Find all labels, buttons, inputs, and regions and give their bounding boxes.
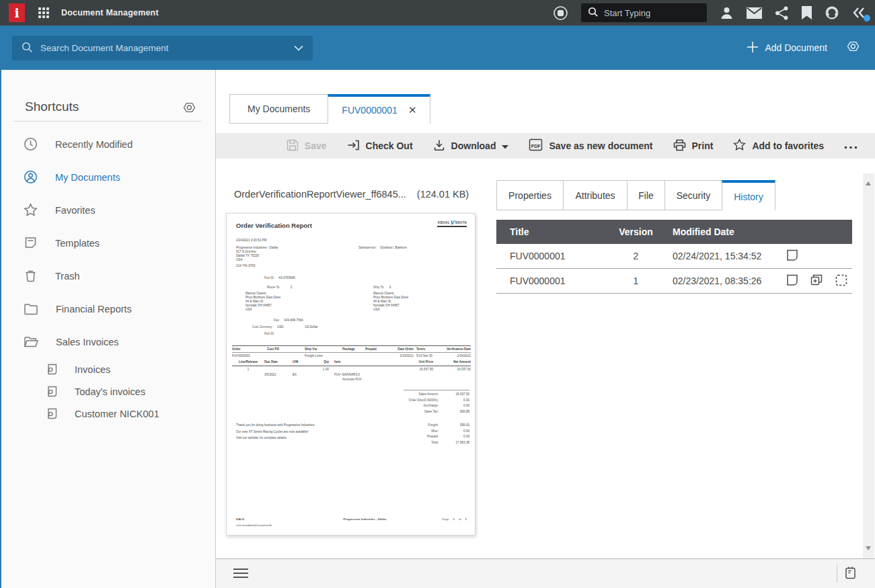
save-label: Save [305, 140, 327, 151]
report-ship-to: Ship To: 0 [373, 286, 391, 290]
print-button[interactable]: Print [673, 139, 714, 153]
restore-version-icon[interactable] [835, 274, 848, 289]
infor-logo-icon[interactable]: i [9, 3, 25, 22]
add-document-button[interactable]: Add Document [747, 41, 827, 55]
ellipsis-icon [844, 140, 858, 151]
history-row[interactable]: FUV0000001 2 02/24/2021, 15:34:52 [496, 244, 852, 269]
tab-history[interactable]: History [722, 180, 775, 210]
sidebar-item-label: Sales Invoices [56, 337, 119, 347]
row-version: 2 [611, 251, 661, 261]
shortcuts-sidebar: Shortcuts Recently Modified [0, 70, 216, 588]
row-modified: 02/23/2021, 08:35:26 [673, 276, 786, 286]
vertical-scrollbar[interactable] [863, 173, 874, 558]
bottom-bar-divider [837, 564, 837, 583]
report-route-address: Marcus Owens Price Brothers Dept Store 4… [245, 292, 280, 312]
report-currency: Cust Currency: USD US Dollar [252, 325, 318, 329]
sidebar-subitem-invoices[interactable]: Invoices [1, 358, 215, 380]
bottom-bar [216, 559, 875, 588]
sidebar-divider [13, 121, 202, 122]
view-version-icon[interactable] [786, 274, 799, 289]
sidebar-item-my-documents[interactable]: My Documents [1, 161, 215, 194]
sidebar-item-templates[interactable]: Templates [1, 226, 215, 259]
download-label: Download [451, 140, 496, 151]
clock-icon [24, 137, 38, 151]
drag-handle-icon[interactable] [233, 569, 248, 581]
row-title: FUV0000001 [510, 276, 611, 286]
svg-text:PDF: PDF [531, 144, 541, 149]
close-tab-icon[interactable]: ✕ [408, 104, 417, 116]
add-to-favorites-button[interactable]: Add to favorites [733, 138, 824, 153]
tab-my-documents[interactable]: My Documents [229, 94, 328, 124]
sidebar-subitem-customer-nick001[interactable]: Customer NICK001 [1, 403, 215, 425]
tab-fuv0000001[interactable]: FUV0000001 ✕ [328, 94, 430, 124]
totals-rule [404, 390, 469, 390]
row-title: FUV0000001 [510, 251, 611, 261]
collapse-panel-icon[interactable] [852, 7, 866, 19]
save-button[interactable]: Save [287, 139, 327, 153]
add-document-label: Add Document [765, 42, 827, 53]
detail-tabs: Properties Attributes File Security Hist… [496, 180, 775, 210]
report-order-table: Order Cust PO Ship Via Package Prepaid D… [232, 345, 471, 382]
template-icon [24, 236, 38, 250]
row-version: 1 [611, 276, 661, 286]
view-version-icon[interactable] [786, 249, 799, 264]
support-headset-icon[interactable] [825, 5, 839, 20]
mail-icon[interactable] [747, 7, 762, 19]
download-icon [433, 139, 445, 153]
sidebar-subitem-label: Invoices [75, 364, 110, 375]
dm-search-input[interactable]: Search Document Management [12, 36, 313, 60]
user-icon[interactable] [720, 6, 734, 20]
row-modified: 02/24/2021, 15:34:52 [673, 251, 786, 261]
record-icon[interactable] [553, 5, 568, 21]
sidebar-item-label: Recently Modified [55, 139, 132, 150]
app-switcher-icon[interactable] [38, 7, 49, 18]
download-button[interactable]: Download [433, 139, 509, 153]
more-actions-button[interactable] [844, 140, 858, 151]
sidebar-item-favorites[interactable]: Favorites [1, 194, 215, 226]
report-fed-id-2: Fed ID: [264, 332, 274, 336]
chevron-down-icon[interactable] [294, 43, 303, 53]
share-icon[interactable] [775, 6, 789, 20]
sidebar-title: Shortcuts [25, 99, 79, 114]
sidebar-subitem-todays-invoices[interactable]: Today's invoices [1, 380, 215, 403]
bookmark-icon[interactable] [802, 6, 812, 19]
sidebar-item-trash[interactable]: Trash [1, 259, 215, 292]
sidebar-item-recently-modified[interactable]: Recently Modified [1, 128, 215, 161]
check-out-icon [347, 139, 360, 153]
dropdown-caret-icon [502, 140, 508, 151]
check-out-button[interactable]: Check Out [347, 139, 413, 153]
plus-icon [747, 41, 759, 55]
main-panel: My Documents FUV0000001 ✕ Save [216, 70, 875, 588]
report-totals-2: Freight:599.00 Misc:0.00 Prepaid:0.00 To… [367, 423, 469, 446]
document-management-app: i Document Management Start Typing [0, 0, 875, 588]
saved-search-icon [46, 385, 59, 398]
report-totals: Sales Amount:16,537.50 Order Disc(0.0000… [367, 392, 469, 415]
notes-icon[interactable] [844, 566, 857, 583]
sidebar-item-financial-reports[interactable]: Financial Reports [1, 292, 215, 325]
saved-search-icon [46, 363, 59, 376]
scroll-down-icon[interactable] [866, 546, 871, 550]
sidebar-item-label: Financial Reports [56, 304, 132, 314]
global-search-placeholder: Start Typing [604, 8, 650, 18]
tab-properties[interactable]: Properties [496, 180, 564, 210]
history-row[interactable]: FUV0000001 1 02/23/2021, 08:35:26 [496, 269, 852, 294]
tab-security[interactable]: Security [664, 180, 722, 210]
scroll-up-icon[interactable] [866, 181, 871, 185]
sidebar-item-sales-invoices[interactable]: Sales Invoices [1, 325, 215, 358]
save-icon [287, 139, 299, 153]
report-company-block: Progressive Industries - Dallas 517 S 2n… [236, 246, 278, 268]
new-version-from-this-icon[interactable] [810, 274, 824, 289]
settings-gear-icon[interactable] [846, 40, 860, 56]
report-footer: DALS nick.mendolia@visualsouth Progressi… [236, 517, 467, 527]
shortcuts-settings-icon[interactable] [182, 101, 196, 117]
app-bar: Search Document Management Add Document [0, 26, 875, 70]
column-version: Version [611, 226, 661, 237]
tab-file[interactable]: File [627, 180, 665, 210]
save-as-new-document-button[interactable]: PDF Save as new document [529, 138, 652, 153]
folder-open-icon [24, 335, 38, 348]
save-as-new-document-label: Save as new document [549, 140, 652, 151]
pdf-icon: PDF [529, 138, 543, 153]
tab-attributes[interactable]: Attributes [563, 180, 627, 210]
column-title: Title [510, 226, 611, 237]
global-search-input[interactable]: Start Typing [581, 3, 707, 22]
